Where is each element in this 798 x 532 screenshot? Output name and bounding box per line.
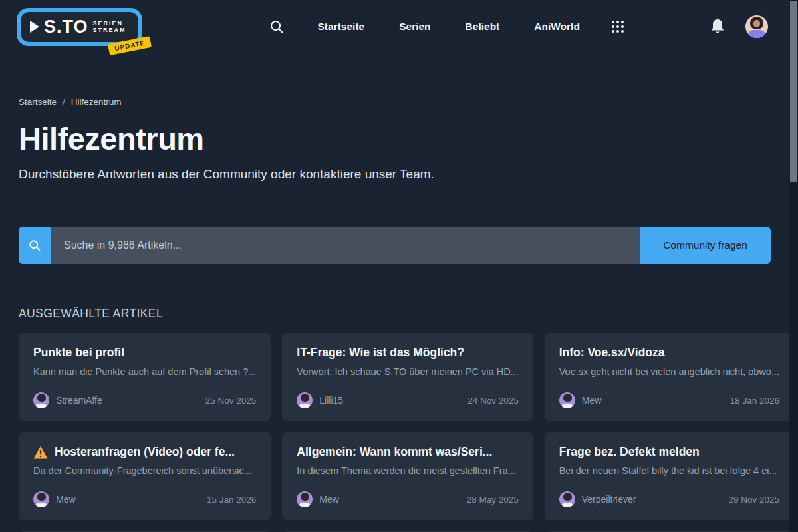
article-excerpt: Vorwort: Ich schaue S.TO über meinen PC … [297, 366, 518, 377]
article-title: Info: Voe.sx/Vidoza [559, 346, 665, 360]
nav-item-startseite[interactable]: Startseite [318, 21, 365, 33]
main-nav: StartseiteSerienBeliebtAniWorld [318, 21, 580, 33]
nav-item-serien[interactable]: Serien [399, 21, 430, 33]
author-avatar-hair [37, 394, 46, 402]
article-excerpt: Voe.sx geht nicht bei vielen angeblich n… [559, 366, 779, 377]
article-footer: Lilli15 24 Nov 2025 [297, 392, 518, 408]
breadcrumb-startseite[interactable]: Startseite [19, 97, 57, 107]
article-title: Frage bez. Defekt melden [559, 445, 700, 459]
help-search-input[interactable] [51, 227, 640, 264]
article-date: 18 Jan 2026 [730, 396, 779, 406]
article-title-row: Info: Voe.sx/Vidoza [559, 346, 779, 360]
article-excerpt: Bei der neuen Staffel billy the kid ist … [559, 466, 779, 476]
site-logo-inner: S.TO SERIEN STREAM [21, 12, 138, 42]
author-avatar [559, 392, 575, 408]
search-button[interactable] [269, 19, 285, 35]
play-icon [30, 21, 39, 33]
main-content: Startseite / Hilfezentrum Hilfezentrum D… [0, 97, 789, 532]
apps-grid-icon [610, 19, 625, 34]
article-date: 25 Nov 2025 [205, 396, 257, 406]
article-footer: Mew 28 May 2025 [297, 491, 518, 507]
article-footer: StreamAffe 25 Nov 2025 [33, 392, 256, 408]
top-navbar: S.TO SERIEN STREAM UPDATE StartseiteSeri… [0, 0, 798, 53]
scrollbar-thumb[interactable] [790, 1, 797, 182]
article-card[interactable]: Allgemein: Wann kommt was/Seri... In die… [282, 432, 533, 520]
avatar-torso [747, 30, 766, 38]
author-avatar-hair [563, 493, 572, 501]
scrollbar-track[interactable] [789, 0, 798, 532]
featured-articles-heading: AUSGEWÄHLTE ARTIKEL [19, 307, 771, 321]
article-date: 15 Jan 2026 [207, 495, 256, 505]
apps-menu-button[interactable] [610, 19, 625, 34]
article-title: Allgemein: Wann kommt was/Seri... [297, 445, 492, 459]
article-title: Hosteranfragen (Video) oder fe... [55, 445, 235, 459]
article-author: Lilli15 [319, 395, 343, 406]
author-avatar-body [561, 404, 573, 408]
author-avatar-hair [301, 493, 309, 501]
nav-item-beliebt[interactable]: Beliebt [466, 21, 500, 33]
page-subtitle: Durchstöbere Antworten aus der Community… [19, 167, 771, 182]
article-title: IT-Frage: Wie ist das Möglich? [297, 346, 464, 360]
article-card[interactable]: Hosteranfragen (Video) oder fe... Da der… [19, 432, 271, 520]
author-avatar-hair [37, 493, 46, 501]
search-icon-small [28, 239, 41, 252]
articles-grid: Punkte bei profil Kann man die Punkte au… [19, 333, 771, 532]
ask-community-button[interactable]: Community fragen [640, 227, 771, 264]
article-author: Mew [56, 494, 76, 505]
help-search-bar: Community fragen [19, 227, 771, 264]
article-author: StreamAffe [56, 395, 102, 406]
user-avatar[interactable] [745, 15, 768, 38]
article-card[interactable]: IT-Frage: Wie ist das Möglich? Vorwort: … [282, 333, 533, 421]
author-avatar [559, 491, 575, 507]
warning-icon [33, 446, 48, 459]
article-excerpt: In diesem Thema werden die meist gestell… [297, 466, 518, 476]
author-avatar-body [299, 404, 311, 408]
article-title-row: Allgemein: Wann kommt was/Seri... [297, 445, 518, 459]
page-title: Hilfezentrum [19, 120, 771, 157]
article-card[interactable]: Info: Voe.sx/Vidoza Voe.sx geht nicht be… [545, 333, 794, 421]
header-right-group [710, 15, 778, 38]
nav-item-aniworld[interactable]: AniWorld [534, 21, 580, 33]
article-date: 24 Nov 2025 [467, 396, 519, 406]
author-avatar [33, 491, 49, 507]
article-author: Mew [319, 494, 339, 505]
author-avatar-body [299, 503, 311, 507]
author-avatar-body [35, 404, 47, 408]
author-avatar-body [35, 503, 47, 507]
article-footer: Verpeilt4ever 29 Nov 2025 [559, 491, 779, 507]
article-excerpt: Kann man die Punkte auch auf dem Profil … [33, 366, 256, 377]
article-date: 28 May 2025 [467, 495, 519, 505]
bell-icon [710, 18, 726, 35]
article-title-row: Frage bez. Defekt melden [559, 445, 779, 459]
breadcrumb: Startseite / Hilfezentrum [19, 97, 771, 107]
author-avatar-body [561, 503, 573, 507]
logo-text: S.TO [44, 17, 88, 37]
article-card[interactable]: Frage bez. Defekt melden Bei der neuen S… [545, 432, 794, 520]
article-title: Punkte bei profil [33, 346, 124, 360]
breadcrumb-separator: / [63, 97, 65, 107]
article-excerpt: Da der Community-Fragebereich sonst unüb… [33, 466, 256, 476]
article-card[interactable]: Punkte bei profil Kann man die Punkte au… [19, 333, 271, 421]
logo-subtext-line1: SERIEN [93, 20, 126, 27]
article-footer: Mew 18 Jan 2026 [559, 392, 779, 408]
article-date: 29 Nov 2025 [728, 495, 779, 505]
article-title-row: Hosteranfragen (Video) oder fe... [33, 445, 256, 459]
article-title-row: Punkte bei profil [33, 346, 256, 360]
article-footer: Mew 15 Jan 2026 [33, 491, 256, 507]
article-author: Verpeilt4ever [582, 494, 636, 505]
search-icon [269, 19, 285, 35]
search-icon-box[interactable] [19, 227, 51, 264]
logo-subtext: SERIEN STREAM [93, 20, 126, 34]
breadcrumb-hilfezentrum[interactable]: Hilfezentrum [71, 97, 122, 107]
site-logo[interactable]: S.TO SERIEN STREAM UPDATE [17, 8, 142, 46]
avatar-face [753, 20, 760, 27]
article-title-row: IT-Frage: Wie ist das Möglich? [297, 346, 518, 360]
logo-subtext-line2: STREAM [93, 27, 126, 33]
article-author: Mew [582, 395, 602, 406]
author-avatar [297, 392, 313, 408]
author-avatar [297, 491, 313, 507]
author-avatar-hair [563, 394, 572, 402]
author-avatar [33, 392, 49, 408]
author-avatar-hair [301, 394, 309, 402]
notifications-button[interactable] [710, 18, 726, 35]
